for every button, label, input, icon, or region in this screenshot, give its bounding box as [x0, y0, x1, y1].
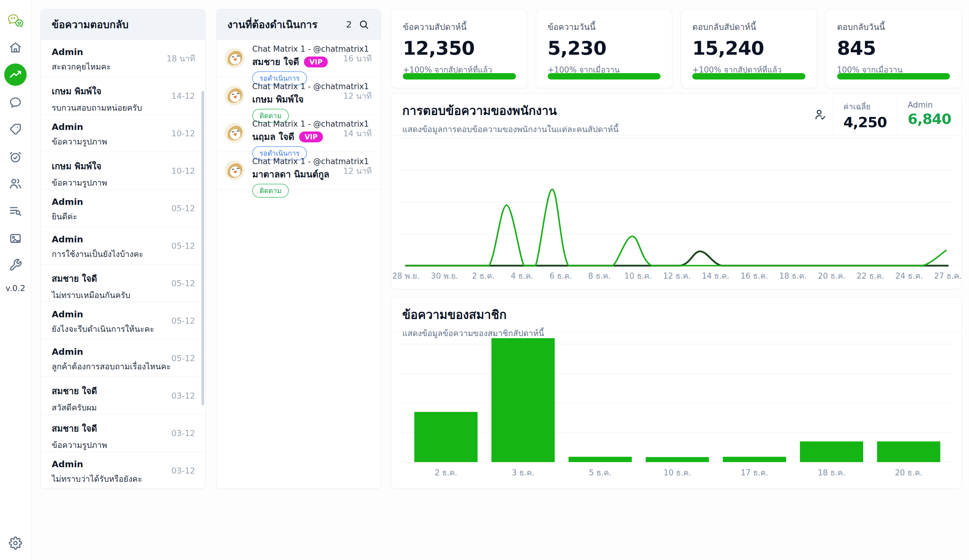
task-list-item[interactable]: Chat Matrix 1 - @chatmatrix1 สมชาย ใจดี …	[216, 40, 381, 77]
message-list-item[interactable]: Admin สะดวกคุยไหมคะ 18 นาที	[41, 40, 205, 77]
tasks-search-button[interactable]	[358, 18, 370, 30]
tasks-header: งานที่ต้องดำเนินการ 2	[216, 9, 381, 40]
admin-stat-cell: Admin 6,840	[897, 94, 961, 135]
app-logo-chat-bubbles-icon[interactable]	[4, 9, 27, 32]
sidebar-item-settings[interactable]	[4, 532, 27, 554]
stat-card-progress-bar	[548, 73, 661, 80]
sidebar-item-reminders[interactable]	[4, 146, 27, 168]
stat-cards-row: ข้อความสัปดาห์นี้ 12,350 +100% จากสัปดาห…	[391, 9, 962, 88]
tasks-list: Chat Matrix 1 - @chatmatrix1 สมชาย ใจดี …	[216, 40, 381, 189]
message-list-item[interactable]: Admin ข้อความรูปภาพ 10-12	[41, 115, 205, 152]
reply-messages-header: ข้อความตอบกลับ	[41, 9, 205, 40]
message-time: 14-12	[171, 91, 195, 100]
message-list-item[interactable]: เกษม พิมพ์ใจ ข้อความรูปภาพ 10-12	[41, 152, 205, 189]
message-list-item[interactable]: Admin การใช้งานเป็นยังไงบ้างคะ 05-12	[41, 227, 205, 264]
svg-text:22 ธ.ค.: 22 ธ.ค.	[856, 271, 884, 281]
message-preview: สะดวกคุยไหมคะ	[52, 60, 166, 73]
message-preview: ยังไงจะรีบดำเนินการให้นะคะ	[52, 322, 166, 336]
messages-scrollbar-thumb[interactable]	[201, 91, 204, 405]
message-list-item[interactable]: Admin ลูกค้าต้องการสอบถามเรื่องไหนคะ 05-…	[41, 339, 205, 377]
message-preview: ไม่ทราบว่าได้รับหรือยังคะ	[52, 472, 166, 485]
task-channel: Chat Matrix 1 - @chatmatrix1	[252, 45, 345, 53]
task-list-item[interactable]: Chat Matrix 1 - @chatmatrix1 มาตาลดา นิม…	[216, 152, 381, 189]
sidebar-item-analytics[interactable]	[4, 63, 27, 86]
task-time: 14 นาที	[343, 126, 372, 140]
svg-text:10 ธ.ค.: 10 ธ.ค.	[664, 468, 691, 477]
message-list-item[interactable]: Admin ยินดีค่ะ 05-12	[41, 189, 205, 227]
tasks-count-badge: 2	[346, 19, 352, 30]
message-sender-name: สมชาย ใจดี	[52, 384, 166, 398]
task-time: 12 นาที	[343, 164, 372, 177]
bird-avatar-icon	[225, 161, 245, 180]
message-list-item[interactable]: Admin ไม่ทราบว่าได้รับหรือยังคะ 03-12	[41, 452, 205, 489]
list-search-icon	[9, 204, 22, 218]
avatar	[225, 86, 245, 105]
task-list-item[interactable]: Chat Matrix 1 - @chatmatrix1 นฤมล ใจดี V…	[216, 115, 381, 152]
bird-avatar-icon	[225, 48, 245, 68]
task-list-item[interactable]: Chat Matrix 1 - @chatmatrix1 เกษม พิมพ์ใ…	[216, 77, 381, 115]
svg-text:20 ธ.ค.: 20 ธ.ค.	[895, 468, 922, 477]
message-sender-name: Admin	[52, 347, 166, 357]
sidebar-item-media[interactable]	[4, 227, 27, 249]
alarm-check-icon	[9, 150, 22, 163]
vip-badge: VIP	[304, 56, 328, 67]
wrench-icon	[9, 258, 22, 272]
admin-stat-label: Admin	[907, 100, 951, 110]
task-customer-name: นฤมล ใจดี	[252, 130, 294, 144]
task-customer-name: สมชาย ใจดี	[252, 55, 299, 69]
message-preview: รบกวนสอบถามหน่อยครับ	[52, 101, 166, 114]
message-preview: ลูกค้าต้องการสอบถามเรื่องไหนคะ	[52, 360, 166, 373]
admin-stat-value: 6,840	[907, 111, 951, 127]
stat-card: ตอบกลับสัปดาห์นี้ 15,240 +100% จากสัปดาห…	[681, 9, 817, 88]
message-list-item[interactable]: สมชาย ใจดี สวัสดีครับผม 03-12	[41, 377, 205, 414]
task-time: 16 นาที	[343, 52, 372, 65]
message-list-item[interactable]: สมชาย ใจดี ไม่ทราบเหมือนกันครับ 05-12	[41, 264, 205, 302]
message-list-item[interactable]: เกษม พิมพ์ใจ รบกวนสอบถามหน่อยครับ 14-12	[41, 77, 205, 115]
svg-text:17 ธ.ค.: 17 ธ.ค.	[741, 468, 768, 477]
svg-text:18 ธ.ค.: 18 ธ.ค.	[779, 271, 807, 281]
message-sender-name: Admin	[52, 309, 166, 319]
svg-text:4 ธ.ค.: 4 ธ.ค.	[511, 271, 533, 281]
svg-text:16 ธ.ค.: 16 ธ.ค.	[740, 271, 768, 281]
svg-text:28 พ.ย.: 28 พ.ย.	[392, 271, 420, 281]
status-badge: ติดตาม	[252, 184, 289, 198]
person-check-icon	[808, 94, 833, 135]
sidebar-item-home[interactable]	[4, 36, 27, 59]
message-preview: ข้อความรูปภาพ	[52, 176, 166, 189]
sidebar-item-chats[interactable]	[4, 91, 27, 113]
message-time: 05-12	[171, 316, 195, 325]
svg-text:2 ธ.ค.: 2 ธ.ค.	[472, 271, 495, 281]
message-preview: สวัสดีครับผม	[52, 401, 166, 414]
stat-card-label: ข้อความสัปดาห์นี้	[403, 20, 516, 33]
tasks-panel: งานที่ต้องดำเนินการ 2 Chat Matrix 1 - @c…	[216, 9, 381, 489]
svg-text:3 ธ.ค.: 3 ธ.ค.	[512, 468, 534, 477]
sidebar-item-tools[interactable]	[4, 254, 27, 276]
stat-card-label: ตอบกลับวันนี้	[837, 20, 950, 33]
member-messages-bar-chart: 2 ธ.ค.3 ธ.ค.5 ธ.ค.10 ธ.ค.17 ธ.ค.18 ธ.ค.2…	[400, 336, 954, 487]
svg-text:12 ธ.ค.: 12 ธ.ค.	[663, 271, 691, 281]
reply-messages-title: ข้อความตอบกลับ	[52, 16, 128, 33]
sidebar-item-contacts[interactable]	[4, 173, 27, 195]
task-customer-name: เกษม พิมพ์ใจ	[252, 92, 304, 106]
message-time: 03-12	[171, 428, 195, 438]
message-time: 05-12	[171, 278, 195, 288]
message-sender-name: Admin	[52, 197, 166, 207]
message-list-item[interactable]: Admin ยังไงจะรีบดำเนินการให้นะคะ 05-12	[41, 302, 205, 339]
message-sender-name: Admin	[52, 459, 166, 469]
staff-replies-chart-panel: การตอบข้อความของพนักงาน แสดงข้อมูลการตอบ…	[391, 93, 962, 289]
trending-up-icon	[9, 68, 22, 81]
reply-messages-panel: ข้อความตอบกลับ Admin สะดวกคุยไหมคะ 18 นา…	[40, 9, 206, 489]
svg-text:18 ธ.ค.: 18 ธ.ค.	[818, 468, 845, 477]
message-preview: ข้อความรูปภาพ	[52, 439, 166, 452]
chat-bubble-icon	[9, 95, 22, 109]
svg-text:27 ธ.ค.: 27 ธ.ค.	[934, 271, 961, 281]
sidebar-item-logs[interactable]	[4, 200, 27, 222]
message-list-item[interactable]: สมชาย ใจดี ข้อความรูปภาพ 03-12	[41, 414, 205, 452]
svg-text:5 ธ.ค.: 5 ธ.ค.	[589, 468, 611, 477]
svg-text:30 พ.ย.: 30 พ.ย.	[431, 271, 458, 281]
stat-card-label: ตอบกลับสัปดาห์นี้	[692, 20, 805, 33]
avatar	[225, 123, 245, 143]
message-time: 03-12	[171, 391, 195, 400]
message-time: 03-12	[171, 466, 195, 475]
sidebar-item-tags[interactable]	[4, 118, 27, 141]
